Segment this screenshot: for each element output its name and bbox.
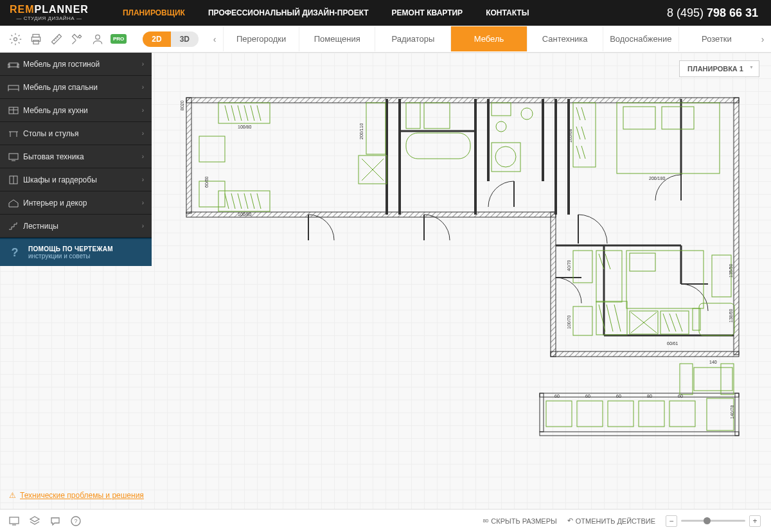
- kitchen-icon: [8, 106, 23, 115]
- svg-rect-73: [721, 364, 734, 395]
- svg-rect-78: [639, 401, 664, 427]
- svg-rect-67: [596, 301, 627, 335]
- svg-rect-3: [33, 40, 39, 44]
- svg-text:60: 60: [678, 394, 683, 398]
- chat-icon[interactable]: [45, 511, 66, 531]
- svg-rect-64: [630, 253, 655, 271]
- svg-rect-100: [10, 517, 19, 524]
- hide-dimensions-button[interactable]: 80 СКРЫТЬ РАЗМЕРЫ: [483, 517, 556, 525]
- sidebar-item-label: Бытовая техника: [23, 152, 84, 161]
- svg-text:140: 140: [709, 360, 717, 364]
- nav-planner[interactable]: ПЛАНИРОВЩИК: [111, 0, 197, 26]
- svg-rect-20: [540, 393, 544, 432]
- svg-text:135/50: 135/50: [729, 263, 733, 278]
- sidebar-item-tables[interactable]: Столы и стулья ›: [0, 122, 152, 145]
- nav-renovation[interactable]: РЕМОНТ КВАРТИР: [380, 0, 475, 26]
- svg-text:100/80: 100/80: [238, 125, 252, 129]
- pro-badge[interactable]: PRO: [111, 34, 127, 44]
- tab-sockets[interactable]: Розетки: [678, 26, 754, 51]
- tabs-area: ‹ Перегородки Помещения Радиаторы Мебель…: [206, 26, 771, 53]
- tab-partitions[interactable]: Перегородки: [223, 26, 299, 51]
- sidebar-help[interactable]: ? ПОМОЩЬ ПО ЧЕРТЕЖАМ инструкции и советы: [0, 238, 152, 266]
- chevron-right-icon: ›: [142, 130, 144, 137]
- person-icon[interactable]: [87, 29, 108, 49]
- tab-furniture[interactable]: Мебель: [450, 26, 526, 51]
- help-circle-icon[interactable]: ?: [66, 511, 86, 531]
- bottom-icons: ?: [0, 511, 86, 531]
- tech-problems-link[interactable]: ⚠ Технические проблемы и решения: [9, 491, 144, 500]
- tabs-next-arrow[interactable]: ›: [754, 26, 771, 53]
- layers-icon[interactable]: [24, 511, 45, 531]
- svg-rect-51: [406, 133, 470, 159]
- svg-rect-5: [9, 63, 18, 67]
- svg-text:200/180: 200/180: [649, 176, 665, 181]
- view-2d-button[interactable]: 2D: [143, 31, 170, 47]
- sidebar-item-label: Лестницы: [23, 222, 58, 231]
- sidebar-item-living[interactable]: Мебель для гостиной ›: [0, 53, 152, 76]
- undo-icon: ↶: [567, 517, 573, 525]
- chevron-right-icon: ›: [142, 60, 144, 67]
- screen-icon[interactable]: [4, 511, 24, 531]
- svg-rect-19: [540, 393, 739, 397]
- plan-dropdown[interactable]: ПЛАНИРОВКА 1: [679, 60, 759, 77]
- settings-icon[interactable]: [5, 29, 26, 49]
- view-3d-button[interactable]: 3D: [171, 31, 199, 47]
- svg-rect-14: [186, 98, 191, 213]
- nav-contacts[interactable]: КОНТАКТЫ: [474, 0, 540, 26]
- svg-rect-50: [424, 103, 450, 129]
- svg-text:?: ?: [74, 518, 77, 524]
- floorplan[interactable]: 8020 100/80 200/110 100/80 165/68 200/18…: [180, 91, 745, 464]
- svg-rect-66: [573, 306, 592, 335]
- tab-rooms[interactable]: Помещения: [299, 26, 375, 51]
- zoom-slider: − +: [666, 515, 761, 527]
- sidebar-item-appliances[interactable]: Бытовая техника ›: [0, 145, 152, 168]
- svg-rect-74: [680, 364, 693, 395]
- tab-radiators[interactable]: Радиаторы: [375, 26, 450, 51]
- tab-water[interactable]: Водоснабжение: [603, 26, 678, 51]
- svg-rect-8: [8, 85, 19, 89]
- zoom-thumb[interactable]: [704, 517, 711, 524]
- svg-rect-18: [551, 351, 739, 357]
- svg-rect-77: [608, 401, 634, 427]
- svg-rect-21: [540, 432, 739, 436]
- svg-rect-75: [546, 401, 572, 427]
- svg-rect-49: [406, 103, 420, 129]
- zoom-in-button[interactable]: +: [749, 515, 761, 527]
- svg-point-54: [521, 108, 533, 120]
- print-icon[interactable]: [26, 29, 46, 49]
- svg-point-0: [14, 37, 17, 40]
- ruler-icon[interactable]: [46, 29, 67, 49]
- sidebar-item-wardrobes[interactable]: Шкафы и гардеробы ›: [0, 168, 152, 191]
- svg-rect-10: [9, 154, 18, 159]
- svg-text:40/70: 40/70: [567, 260, 571, 271]
- logo-text: REMPLANNER: [10, 4, 89, 15]
- zoom-out-button[interactable]: −: [666, 515, 677, 527]
- sidebar-item-decor[interactable]: Интерьер и декор ›: [0, 191, 152, 215]
- sidebar-item-stairs[interactable]: Лестницы ›: [0, 215, 152, 238]
- home-icon: [8, 199, 23, 208]
- nav-design-project[interactable]: ПРОФЕССИОНАЛЬНЫЙ ДИЗАЙН-ПРОЕКТ: [197, 0, 380, 26]
- logo[interactable]: REMPLANNER — СТУДИЯ ДИЗАЙНА —: [0, 4, 98, 21]
- tv-icon: [8, 152, 23, 161]
- svg-text:100/80: 100/80: [238, 212, 252, 217]
- svg-text:60: 60: [554, 394, 560, 398]
- phone-number[interactable]: 8 (495) 798 66 31: [667, 6, 771, 20]
- svg-text:138/60: 138/60: [729, 308, 733, 323]
- svg-text:60: 60: [585, 394, 590, 398]
- svg-rect-45: [199, 181, 225, 207]
- tabs-prev-arrow[interactable]: ‹: [206, 26, 223, 53]
- tab-plumbing[interactable]: Сантехника: [527, 26, 603, 51]
- chevron-right-icon: ›: [142, 153, 144, 160]
- svg-rect-72: [694, 368, 732, 391]
- sidebar-item-label: Мебель для спальни: [23, 83, 98, 92]
- undo-button[interactable]: ↶ ОТМЕНИТЬ ДЕЙСТВИЕ: [567, 517, 655, 525]
- zoom-track[interactable]: [681, 520, 745, 522]
- svg-rect-59: [623, 107, 655, 129]
- svg-text:165/68: 165/68: [568, 129, 572, 143]
- sidebar-item-label: Мебель для кухни: [23, 106, 88, 115]
- sidebar-item-bedroom[interactable]: Мебель для спальни ›: [0, 76, 152, 99]
- tools-icon[interactable]: [67, 29, 87, 49]
- svg-point-4: [96, 35, 100, 39]
- svg-text:100/70: 100/70: [567, 315, 571, 329]
- sidebar-item-kitchen[interactable]: Мебель для кухни ›: [0, 99, 152, 122]
